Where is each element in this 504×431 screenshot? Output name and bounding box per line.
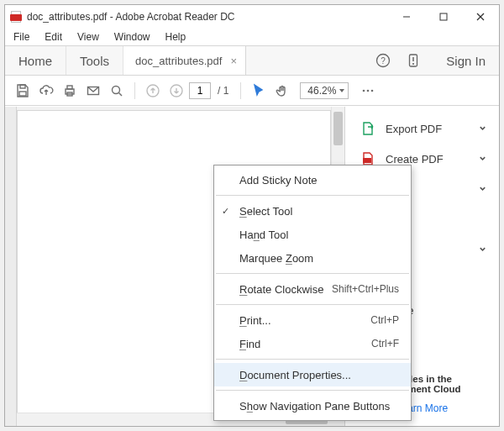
notification-icon[interactable] (406, 53, 421, 68)
ctx-marquee-zoom[interactable]: Marquee Zoom (214, 246, 411, 270)
menu-help[interactable]: Help (162, 29, 190, 45)
select-tool-icon[interactable] (248, 80, 270, 102)
svg-rect-9 (20, 85, 25, 88)
check-icon: ✓ (222, 206, 229, 217)
ctx-separator (216, 195, 409, 196)
app-icon (10, 10, 22, 24)
chevron-down-icon (478, 183, 487, 196)
print-icon[interactable] (59, 80, 81, 102)
svg-point-7 (412, 63, 414, 65)
nav-strip[interactable] (5, 107, 17, 426)
chevron-down-icon (339, 89, 344, 92)
hand-tool-icon[interactable] (271, 80, 293, 102)
minimize-button[interactable] (388, 5, 425, 29)
export-pdf-icon (360, 121, 375, 136)
context-menu: Add Sticky Note ✓ Select Tool Hand Tool … (213, 165, 412, 421)
page-up-icon[interactable] (142, 80, 164, 102)
ctx-separator (216, 304, 409, 305)
tab-home[interactable]: Home (5, 46, 66, 75)
ctx-separator (216, 359, 409, 360)
tab-document-label: doc_attributes.pdf (135, 55, 222, 67)
ctx-select-tool[interactable]: ✓ Select Tool (214, 199, 411, 223)
page-number-input[interactable] (189, 82, 211, 99)
menu-edit[interactable]: Edit (41, 29, 66, 45)
ctx-separator (216, 273, 409, 274)
svg-point-20 (367, 89, 370, 92)
menu-file[interactable]: File (10, 29, 33, 45)
page-down-icon[interactable] (165, 80, 187, 102)
app-window: doc_attributes.pdf - Adobe Acrobat Reade… (4, 4, 500, 427)
save-icon[interactable] (12, 80, 34, 102)
menu-window[interactable]: Window (111, 29, 154, 45)
tool-label: Export PDF (386, 123, 442, 135)
tool-label: Create PDF (386, 153, 444, 166)
menubar: File Edit View Window Help (5, 29, 499, 45)
tab-tools[interactable]: Tools (66, 46, 123, 75)
chevron-down-icon (478, 123, 487, 135)
help-icon[interactable]: ? (375, 53, 391, 68)
chevron-down-icon (478, 244, 487, 256)
search-icon[interactable] (106, 80, 128, 102)
ctx-find[interactable]: Find Ctrl+F (214, 332, 411, 355)
cloud-upload-icon[interactable] (35, 80, 57, 102)
svg-point-19 (363, 89, 365, 92)
ctx-add-sticky-note[interactable]: Add Sticky Note (214, 168, 411, 192)
ctx-show-navigation-pane[interactable]: Show Navigation Pane Buttons (214, 394, 411, 418)
chevron-down-icon (478, 153, 487, 166)
menu-view[interactable]: View (74, 29, 102, 45)
svg-rect-22 (363, 158, 371, 163)
ctx-hand-tool[interactable]: Hand Tool (214, 223, 411, 246)
svg-rect-1 (440, 13, 447, 20)
ctx-rotate-clockwise[interactable]: Rotate Clockwise Shift+Ctrl+Plus (214, 277, 411, 301)
tool-export-pdf[interactable]: Export PDF (345, 113, 499, 144)
ctx-separator (216, 390, 409, 391)
svg-point-21 (371, 89, 374, 92)
tab-document[interactable]: doc_attributes.pdf × (123, 46, 246, 75)
maximize-button[interactable] (425, 5, 462, 29)
svg-line-16 (119, 92, 123, 96)
svg-rect-10 (19, 92, 26, 96)
close-button[interactable] (462, 5, 499, 29)
svg-rect-12 (67, 86, 72, 89)
titlebar: doc_attributes.pdf - Adobe Acrobat Reade… (5, 5, 499, 29)
toolbar: / 1 46.2% (5, 76, 499, 106)
email-icon[interactable] (82, 80, 104, 102)
window-title: doc_attributes.pdf - Adobe Acrobat Reade… (27, 11, 234, 23)
ctx-document-properties[interactable]: Document Properties... (214, 363, 411, 386)
svg-text:?: ? (381, 56, 386, 66)
ctx-print[interactable]: Print... Ctrl+P (214, 308, 411, 332)
zoom-dropdown[interactable]: 46.2% (300, 82, 349, 99)
more-icon[interactable] (357, 80, 379, 102)
tabrow: Home Tools doc_attributes.pdf × ? Sign I… (5, 45, 499, 76)
svg-point-15 (113, 86, 120, 93)
tab-close-icon[interactable]: × (230, 55, 237, 67)
page-total-label: / 1 (213, 85, 234, 97)
zoom-value: 46.2% (307, 85, 336, 97)
signin-button[interactable]: Sign In (436, 54, 486, 68)
